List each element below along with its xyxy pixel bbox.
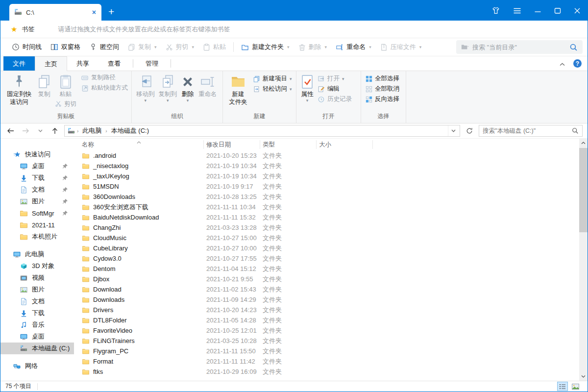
- breadcrumb-this-pc[interactable]: 此电脑: [80, 126, 103, 135]
- tab-home[interactable]: 主页: [35, 56, 67, 71]
- up-button[interactable]: [49, 125, 60, 136]
- sidebar-item-this-pc[interactable]: 此电脑: [0, 248, 74, 260]
- history-button[interactable]: 历史记录: [316, 94, 354, 104]
- maximize-button[interactable]: [554, 7, 561, 14]
- sidebar-item-documents-pc[interactable]: 文档: [0, 295, 74, 307]
- new-item-button[interactable]: 新建项目▾: [251, 74, 294, 84]
- ribbon-paste-button[interactable]: 粘贴: [53, 73, 78, 99]
- sidebar-item-pictures-pc[interactable]: 图片: [0, 284, 74, 295]
- theme-icon[interactable]: [491, 6, 500, 15]
- search-icon[interactable]: [572, 127, 579, 134]
- sidebar-item-2021-11[interactable]: 2021-11: [0, 219, 74, 231]
- column-header-size[interactable]: 大小: [317, 140, 373, 149]
- delete-button[interactable]: 删除▾: [294, 40, 332, 54]
- tab-share[interactable]: 共享: [67, 56, 98, 71]
- file-row[interactable]: .android 2021-10-20 15:23 文件夹: [74, 150, 579, 161]
- new-tab-button[interactable]: +: [108, 6, 114, 17]
- file-row[interactable]: Cydow3.0 2021-10-27 17:55 文件夹: [74, 253, 579, 264]
- tab-manage[interactable]: 管理: [136, 56, 168, 71]
- tab-close-icon[interactable]: ×: [91, 8, 98, 16]
- file-row[interactable]: Format 2021-11-11 11:42 文件夹: [74, 356, 579, 367]
- hidden-space-button[interactable]: 匿空间: [85, 40, 123, 54]
- column-header-type[interactable]: 类型: [260, 140, 317, 149]
- close-button[interactable]: [574, 7, 581, 14]
- file-row[interactable]: FLiNGTrainers 2021-03-25 10:28 文件夹: [74, 336, 579, 346]
- file-row[interactable]: 51MSDN 2021-10-19 9:17 文件夹: [74, 181, 579, 192]
- file-row[interactable]: Dentom 2021-11-04 15:12 文件夹: [74, 264, 579, 274]
- tab-view[interactable]: 查看: [98, 56, 130, 71]
- file-row[interactable]: FavoriteVideo 2021-10-25 12:01 文件夹: [74, 325, 579, 336]
- tab-current[interactable]: C:\ ×: [9, 4, 101, 21]
- file-row[interactable]: _nisectaxlog 2021-10-19 10:34 文件夹: [74, 161, 579, 171]
- toolbar-search-input[interactable]: [472, 44, 566, 51]
- address-dropdown-icon[interactable]: [448, 125, 459, 136]
- scrollbar-track[interactable]: [579, 147, 588, 372]
- file-row[interactable]: ChangZhi 2021-03-23 13:28 文件夹: [74, 222, 579, 233]
- file-row[interactable]: 360Downloads 2021-10-28 13:25 文件夹: [74, 192, 579, 202]
- details-view-button[interactable]: [557, 382, 568, 391]
- sidebar-item-quick-access[interactable]: 快速访问: [0, 148, 74, 160]
- sidebar-item-local-photos[interactable]: 本机照片: [0, 231, 74, 243]
- collapse-ribbon-icon[interactable]: [560, 59, 565, 68]
- location-search-input[interactable]: [483, 127, 569, 134]
- scroll-up-icon[interactable]: [579, 139, 588, 147]
- bookmark-star-icon[interactable]: ★: [11, 25, 17, 34]
- ribbon-cut-button[interactable]: 剪切: [53, 99, 78, 109]
- sidebar-item-desktop[interactable]: 桌面: [0, 160, 74, 172]
- dual-pane-button[interactable]: 双窗格: [46, 40, 85, 54]
- location-search-box[interactable]: [479, 125, 583, 137]
- scroll-down-icon[interactable]: [579, 372, 588, 381]
- file-row[interactable]: 360安全浏览器下载 2021-11-11 10:34 文件夹: [74, 202, 579, 212]
- file-row[interactable]: Drivers 2021-10-20 14:23 文件夹: [74, 305, 579, 315]
- rename-button[interactable]: 重命名▾: [331, 40, 376, 54]
- forward-button[interactable]: [20, 125, 31, 136]
- sidebar-item-downloads[interactable]: 下载: [0, 172, 74, 184]
- sidebar-item-documents[interactable]: 文档: [0, 184, 74, 196]
- edit-button[interactable]: 编辑: [316, 84, 354, 94]
- ribbon-delete-button[interactable]: 删除 ▾: [179, 73, 196, 103]
- ribbon-new-folder-button[interactable]: 新建文件夹: [225, 73, 251, 106]
- compress-button[interactable]: 压缩文件▾: [376, 40, 426, 54]
- cut-button[interactable]: 剪切▾: [161, 40, 199, 54]
- paste-shortcut-button[interactable]: 粘贴快捷方式: [79, 83, 130, 93]
- easy-access-button[interactable]: 轻松访问▾: [251, 84, 294, 94]
- file-row[interactable]: DTL8Folder 2021-11-05 14:28 文件夹: [74, 315, 579, 325]
- sidebar-item-3d-objects[interactable]: 3D 对象: [0, 260, 74, 272]
- file-row[interactable]: CubeLibrary 2021-10-27 10:00 文件夹: [74, 243, 579, 253]
- refresh-button[interactable]: [464, 125, 475, 136]
- copy-button[interactable]: 复制▾: [123, 40, 161, 54]
- vertical-scrollbar[interactable]: [579, 139, 588, 381]
- back-button[interactable]: [5, 125, 16, 136]
- invert-selection-button[interactable]: 反向选择: [364, 94, 401, 104]
- recent-locations-icon[interactable]: [35, 125, 46, 136]
- sidebar-item-downloads-pc[interactable]: 下载: [0, 307, 74, 319]
- scrollbar-thumb[interactable]: [579, 148, 588, 232]
- file-row[interactable]: Djbox 2021-10-21 9:55 文件夹: [74, 274, 579, 284]
- sidebar-item-videos[interactable]: 视频: [0, 272, 74, 284]
- properties-button[interactable]: 属性 ▾: [299, 73, 316, 103]
- toolbar-search-box[interactable]: [456, 40, 583, 54]
- sidebar-item-local-disk-c[interactable]: 本地磁盘 (C:): [0, 343, 74, 354]
- minimize-button[interactable]: [534, 8, 541, 14]
- address-box[interactable]: › 此电脑 › 本地磁盘 (C:): [64, 125, 460, 137]
- file-row[interactable]: Downloads 2021-11-09 14:29 文件夹: [74, 294, 579, 305]
- file-row[interactable]: _taxUKeylog 2021-10-19 10:34 文件夹: [74, 171, 579, 181]
- ribbon-copy-button[interactable]: 复制: [35, 73, 53, 99]
- copy-path-button[interactable]: 复制路径: [79, 73, 130, 83]
- timeline-button[interactable]: 时间线: [7, 40, 46, 54]
- menu-icon[interactable]: [513, 7, 521, 14]
- file-row[interactable]: Flygram_PC 2021-11-11 15:50 文件夹: [74, 346, 579, 356]
- copy-to-button[interactable]: 复制到 ▾: [157, 73, 179, 103]
- thumbnail-view-button[interactable]: [570, 382, 581, 391]
- open-button[interactable]: 打开▾: [316, 74, 354, 84]
- file-row[interactable]: Download 2021-11-02 15:43 文件夹: [74, 284, 579, 294]
- select-all-button[interactable]: 全部选择: [364, 74, 401, 84]
- sidebar-item-softmgr[interactable]: SoftMgr: [0, 207, 74, 219]
- sidebar-item-network[interactable]: 网络: [0, 360, 74, 372]
- help-icon[interactable]: ?: [573, 59, 582, 68]
- new-folder-button[interactable]: 新建文件夹▾: [237, 40, 294, 54]
- ribbon-rename-button[interactable]: 重命名: [196, 73, 219, 99]
- column-header-modified[interactable]: 修改日期: [204, 140, 260, 149]
- file-row[interactable]: ftks 2021-10-29 16:09 文件夹: [74, 367, 579, 377]
- tab-file[interactable]: 文件: [3, 56, 35, 71]
